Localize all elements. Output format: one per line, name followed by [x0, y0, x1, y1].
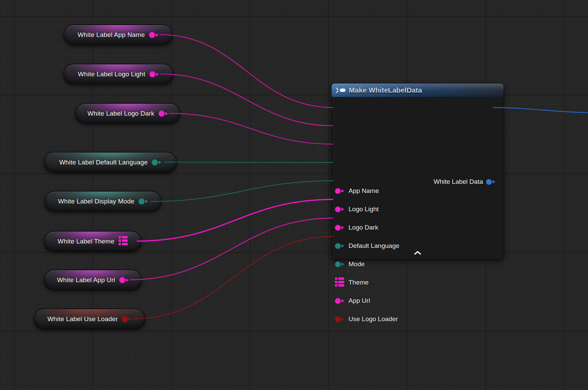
enum-pin-icon[interactable]: [335, 261, 344, 267]
string-pin-icon[interactable]: [149, 71, 159, 77]
variable-node-display-mode[interactable]: White Label Display Mode: [44, 191, 162, 212]
output-pin-row-white-label-data[interactable]: White Label Data: [434, 176, 495, 188]
pin-label: Logo Light: [349, 206, 379, 213]
variable-node-label: White Label Logo Dark: [87, 110, 154, 117]
make-struct-icon: ↘↗: [335, 87, 345, 94]
pin-label: Theme: [349, 279, 369, 286]
pin-label: Mode: [349, 260, 365, 268]
collapse-chevron-icon[interactable]: [414, 250, 421, 256]
pin-label: App Url: [349, 297, 370, 305]
pin-label: Logo Dark: [349, 224, 378, 231]
struct-pin-icon[interactable]: [486, 179, 495, 185]
variable-node-label: White Label Theme: [58, 238, 114, 245]
string-pin-icon[interactable]: [335, 225, 344, 231]
input-pin-row-logo-light[interactable]: Logo Light: [332, 200, 504, 218]
enum-pin-icon[interactable]: [152, 159, 161, 165]
variable-node-label: White Label App Name: [78, 31, 145, 39]
enum-pin-icon[interactable]: [139, 198, 148, 204]
string-pin-icon[interactable]: [119, 277, 129, 283]
string-pin-icon[interactable]: [149, 32, 159, 38]
variable-node-label: White Label Logo Light: [78, 71, 145, 78]
theme-struct-pin-icon[interactable]: [335, 277, 344, 288]
theme-struct-pin-icon[interactable]: [119, 236, 128, 247]
input-pin-row-app-url[interactable]: App Url: [332, 292, 504, 310]
bool-pin-icon[interactable]: [122, 316, 131, 322]
variable-node-theme[interactable]: White Label Theme: [44, 231, 142, 252]
string-pin-icon[interactable]: [335, 207, 344, 212]
pin-label: Default Language: [349, 242, 399, 250]
bool-pin-icon[interactable]: [335, 316, 344, 322]
graph-canvas[interactable]: White Label App Name White Label Logo Li…: [0, 0, 588, 390]
input-pin-row-mode[interactable]: Mode: [332, 255, 504, 273]
variable-node-label: White Label Default Language: [59, 159, 148, 166]
string-pin-icon[interactable]: [159, 111, 168, 117]
pin-label: App Name: [349, 187, 379, 195]
variable-node-logo-dark[interactable]: White Label Logo Dark: [75, 103, 180, 124]
input-pin-row-theme[interactable]: Theme: [332, 273, 504, 292]
string-pin-icon[interactable]: [335, 188, 344, 194]
variable-node-label: White Label Use Loader: [47, 315, 118, 323]
make-whitelabeldata-node[interactable]: ↘↗ Make WhiteLabelData App Name Logo Lig…: [331, 83, 504, 259]
pin-label: White Label Data: [434, 178, 483, 186]
variable-node-logo-light[interactable]: White Label Logo Light: [63, 64, 173, 84]
make-node-header[interactable]: ↘↗ Make WhiteLabelData: [332, 83, 504, 97]
variable-node-label: White Label Display Mode: [58, 198, 134, 205]
variable-node-label: White Label App Url: [57, 276, 115, 284]
enum-pin-icon[interactable]: [335, 243, 344, 249]
variable-node-default-language[interactable]: White Label Default Language: [44, 152, 177, 173]
input-pin-row-logo-dark[interactable]: Logo Dark: [332, 218, 504, 237]
variable-node-app-name[interactable]: White Label App Name: [63, 24, 173, 45]
variable-node-use-loader[interactable]: White Label Use Loader: [34, 309, 145, 329]
make-node-title: Make WhiteLabelData: [349, 86, 422, 94]
input-pin-row-use-logo-loader[interactable]: Use Logo Loader: [332, 310, 504, 328]
variable-node-app-url[interactable]: White Label App Url: [44, 270, 142, 290]
pin-label: Use Logo Loader: [349, 315, 398, 323]
string-pin-icon[interactable]: [335, 298, 344, 304]
